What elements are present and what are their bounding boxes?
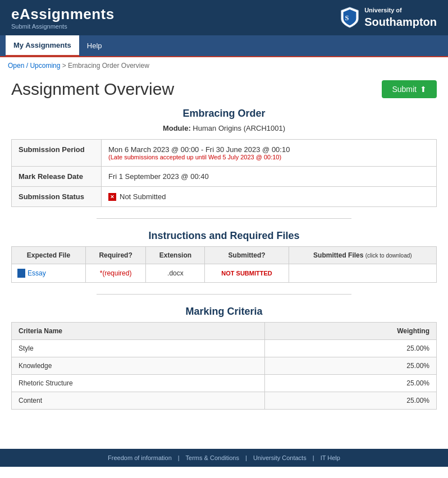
file-row: Essay *(required) .docx NOT SUBMITTED: [12, 264, 437, 283]
main-nav: My Assignments Help: [0, 35, 448, 57]
criteria-table-header: Criteria Name Weighting: [12, 323, 437, 340]
page-title: Assignment Overview: [11, 80, 174, 99]
file-required-cell: *(required): [85, 264, 146, 283]
site-header: eAssignments Submit Assignments S Univer…: [0, 0, 448, 35]
col-weighting: Weighting: [264, 323, 436, 340]
university-logo: S University of Southampton: [340, 6, 437, 29]
site-footer: Freedom of information | Terms & Conditi…: [0, 449, 448, 467]
site-subtitle: Submit Assignments: [11, 23, 115, 30]
col-required: Required?: [85, 247, 146, 264]
col-expected-file: Expected File: [12, 247, 86, 264]
main-content: Assignment Overview Submit ⬆ Embracing O…: [0, 74, 448, 426]
file-submitted-cell: NOT SUBMITTED: [205, 264, 289, 283]
breadcrumb-separator: >: [62, 62, 68, 70]
files-table-header: Expected File Required? Extension Submit…: [12, 247, 437, 264]
footer-link-terms[interactable]: Terms & Conditions: [186, 454, 239, 461]
footer-link-contacts[interactable]: University Contacts: [253, 454, 307, 461]
col-submitted: Submitted?: [205, 247, 289, 264]
divider-1: [97, 218, 352, 219]
footer-link-foi[interactable]: Freedom of information: [108, 454, 172, 461]
footer-link-ithelp[interactable]: IT Help: [321, 454, 340, 461]
submission-period-cell: Mon 6 March 2023 @ 00:00 - Fri 30 June 2…: [102, 140, 437, 167]
file-name-cell: Essay: [12, 264, 86, 283]
shield-icon: S: [340, 6, 360, 29]
criteria-name-cell: Rhetoric Structure: [12, 375, 265, 392]
mark-release-value: Fri 1 September 2023 @ 00:40: [102, 167, 437, 187]
submission-status-row: Submission Status ✕ Not Submitted: [12, 187, 437, 207]
submission-period-value: Mon 6 March 2023 @ 00:00 - Fri 30 June 2…: [108, 145, 290, 154]
module-label: Module:: [163, 124, 191, 132]
university-name: University of Southampton: [364, 6, 437, 29]
criteria-name-cell: Content: [12, 392, 265, 410]
breadcrumb-upcoming[interactable]: Upcoming: [30, 62, 60, 70]
criteria-weighting-cell: 25.00%: [264, 357, 436, 375]
criteria-row: Content 25.00%: [12, 392, 437, 410]
upload-icon: ⬆: [420, 85, 427, 94]
submission-status-value: ✕ Not Submitted: [108, 192, 429, 201]
submission-status-label: Submission Status: [12, 187, 102, 207]
site-title: eAssignments: [11, 6, 115, 23]
nav-my-assignments[interactable]: My Assignments: [6, 35, 79, 56]
mark-release-row: Mark Release Date Fri 1 September 2023 @…: [12, 167, 437, 187]
mark-release-label: Mark Release Date: [12, 167, 102, 187]
criteria-row: Rhetoric Structure 25.00%: [12, 375, 437, 392]
nav-help[interactable]: Help: [79, 36, 110, 56]
assignment-info-table: Submission Period Mon 6 March 2023 @ 00:…: [11, 139, 437, 207]
breadcrumb-open[interactable]: Open: [8, 62, 24, 70]
files-table: Expected File Required? Extension Submit…: [11, 246, 437, 283]
file-link[interactable]: Essay: [17, 269, 80, 278]
page-header-row: Assignment Overview Submit ⬆: [11, 80, 437, 99]
criteria-weighting-cell: 25.00%: [264, 340, 436, 357]
svg-text:S: S: [345, 14, 349, 22]
status-icon: ✕: [108, 193, 116, 201]
criteria-weighting-cell: 25.00%: [264, 375, 436, 392]
col-extension: Extension: [146, 247, 205, 264]
criteria-name-cell: Style: [12, 340, 265, 357]
criteria-weighting-cell: 25.00%: [264, 392, 436, 410]
marking-title: Marking Criteria: [11, 306, 437, 318]
submit-button[interactable]: Submit ⬆: [382, 80, 437, 98]
breadcrumb-current: Embracing Order Overview: [68, 62, 149, 70]
breadcrumb: Open / Upcoming > Embracing Order Overvi…: [0, 57, 448, 74]
submission-period-row: Submission Period Mon 6 March 2023 @ 00:…: [12, 140, 437, 167]
submission-period-label: Submission Period: [12, 140, 102, 167]
assignment-name: Embracing Order: [11, 108, 437, 120]
file-submitted-files-cell: [289, 264, 436, 283]
col-submitted-files: Submitted Files (click to download): [289, 247, 436, 264]
word-doc-icon: [17, 269, 25, 278]
divider-2: [97, 294, 352, 295]
module-value: Human Origins (ARCH1001): [193, 124, 285, 132]
header-branding: eAssignments Submit Assignments: [11, 6, 115, 30]
submission-status-cell: ✕ Not Submitted: [102, 187, 437, 207]
criteria-table: Criteria Name Weighting Style 25.00% Kno…: [11, 322, 437, 410]
module-line: Module: Human Origins (ARCH1001): [11, 124, 437, 132]
instructions-title: Instructions and Required Files: [11, 230, 437, 242]
criteria-row: Style 25.00%: [12, 340, 437, 357]
file-extension-cell: .docx: [146, 264, 205, 283]
late-submission-note: (Late submissions accepted up until Wed …: [108, 154, 429, 160]
col-criteria-name: Criteria Name: [12, 323, 265, 340]
criteria-name-cell: Knowledge: [12, 357, 265, 375]
criteria-row: Knowledge 25.00%: [12, 357, 437, 375]
